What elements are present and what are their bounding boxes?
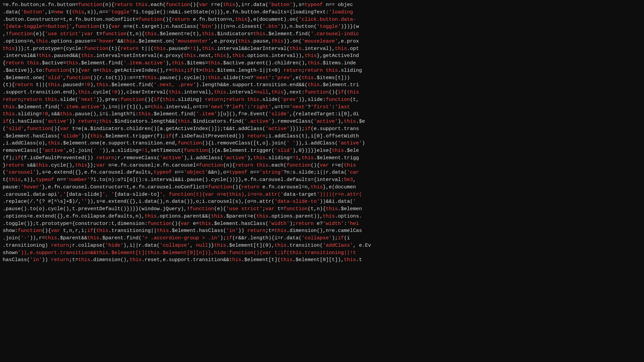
code-line: ('carousel'),s=e.extend({},e.fn.carousel… [0, 169, 644, 176]
code-line: .interval&&!this.paused&&(this.interval=… [0, 52, 644, 60]
code-line: this))};t.prototype={cycle:function(t){r… [0, 45, 644, 53]
code-display: =e.fn.button;e.fn.button=function(n){ret… [0, 0, 644, 362]
code-line: .transitioning) return;r.collapse('hide'… [0, 242, 644, 249]
code-line: .$element.one('slid',function(){r.to(t)}… [0, 74, 644, 82]
code-line: .$element.hasClass('slide')){this.$eleme… [0, 133, 644, 140]
code-line: this.$element.find('.item.active'),i=n||… [0, 104, 644, 111]
code-line: hasClass('in')) return;t=this.dimension(… [0, 256, 644, 264]
code-line: .data('button',i=new t(this,s)),n=='togg… [0, 9, 644, 16]
code-line: {return this.$active=this.$element.find(… [0, 60, 644, 67]
code-line: removeClass(['active',o].join(' ')),a.sl… [0, 147, 644, 155]
code-line: pause:'hover'},e.fn.carousel.Constructor… [0, 184, 644, 191]
code-line: =e.fn.button;e.fn.button=function(n){ret… [0, 1, 644, 9]
code-line: .join('-')),r=this.$parent&&this.$parent… [0, 235, 644, 242]
code-line: ,i.addClass(o),this.$element.one(e.suppo… [0, 140, 644, 147]
code-line: }return s&&this.cycle(),this}};var n=e.f… [0, 162, 644, 169]
code-line: .pause().to(o).cycle(),t.preventDefault(… [0, 205, 644, 213]
code-line: shown')),e.support.transition&&this.$ele… [0, 249, 644, 257]
code-line: .support.transition.end),this.cycle(!0))… [0, 89, 644, 96]
code-line: .button.Constructor=t,e.fn.button.noConf… [0, 16, 644, 23]
code-line: .options=e.extend({},e.fn.collapse.defau… [0, 213, 644, 220]
code-line: .toggle()};t.prototype={constructor:t,di… [0, 220, 644, 228]
code-line: ('slid',function(){var t=e(a.$indicators… [0, 125, 644, 133]
code-line: .options=n,this.options.pause=='hover'&&… [0, 38, 644, 45]
code-line: '[data-toggle^=button]',function(t){var … [0, 23, 644, 31]
code-line: (t){return t||(this.paused=!0),this.$ele… [0, 81, 644, 89]
code-line: .$active)},to:function(t){var n=this.get… [0, 67, 644, 74]
code-line: show:function(){var t,n,r,i;if(this.tran… [0, 227, 644, 235]
code-line: if(i.hasClass('active')) return;this.$in… [0, 118, 644, 125]
code-line: return;return this.slide('next')},prev:f… [0, 96, 644, 104]
code-line: .carousel.data-api','[data-slide]', '[da… [0, 191, 644, 198]
code-line: this.sliding=!0,s&&this.pause(),i=i.leng… [0, 111, 644, 118]
code-line: .replace(/.*(? #[^\s]+$)/,'')),s=e.exten… [0, 198, 644, 205]
code-line: t(this,s)),typeof n=='number'?i.to(n):o?… [0, 176, 644, 184]
code-line: ,!function(e){'use strict';var t=functio… [0, 31, 644, 38]
code-line: (f);if(f.isDefaultPrevented()) return;r.… [0, 155, 644, 162]
